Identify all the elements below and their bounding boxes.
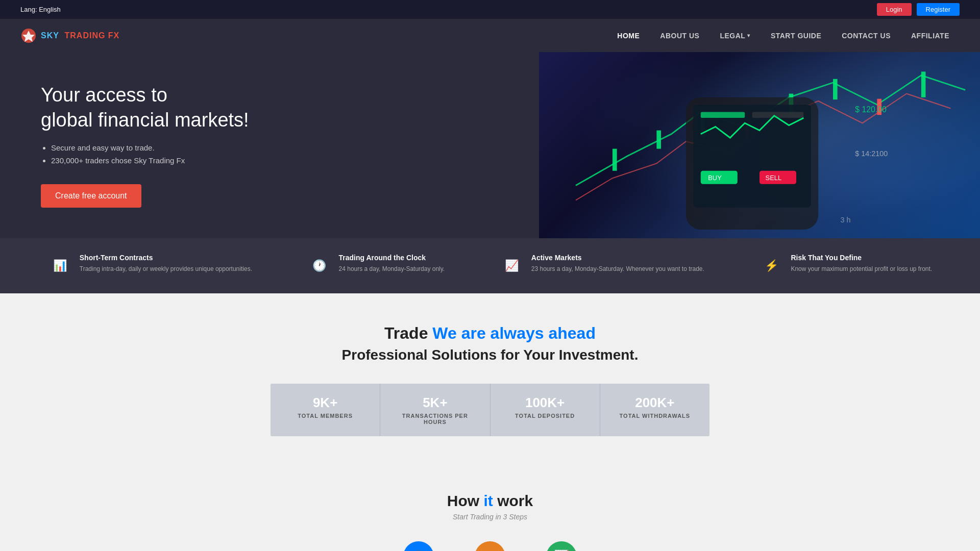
feature-text-trading-clock: Trading Around the Clock 24 hours a day,… bbox=[339, 254, 445, 273]
feature-risk-define: ⚡ Risk That You Define Know your maximum… bbox=[759, 254, 932, 278]
feature-desc-trading-clock: 24 hours a day, Monday-Saturday only. bbox=[339, 264, 445, 273]
trade-subtitle: Professional Solutions for Your Investme… bbox=[20, 347, 960, 363]
nav-link-about-us[interactable]: ABOUT US bbox=[650, 20, 709, 51]
hero-section: Your access toglobal financial markets! … bbox=[0, 52, 980, 238]
feature-trading-clock: 🕐 Trading Around the Clock 24 hours a da… bbox=[307, 254, 445, 278]
trade-section: Trade We are always ahead Professional S… bbox=[0, 293, 980, 482]
how-section: How it work Start Trading in 3 Steps 👤 💳… bbox=[0, 482, 980, 551]
svg-rect-13 bbox=[752, 112, 804, 118]
feature-active-markets: 📈 Active Markets 23 hours a day, Monday-… bbox=[500, 254, 704, 278]
step-3: 📈 bbox=[546, 541, 577, 551]
stat-number: 200K+ bbox=[610, 395, 699, 411]
features-section: 📊 Short-Term Contracts Trading intra-day… bbox=[0, 238, 980, 293]
svg-rect-12 bbox=[701, 112, 745, 118]
hero-content: Your access toglobal financial markets! … bbox=[0, 52, 539, 238]
svg-rect-9 bbox=[921, 71, 926, 97]
navbar: SKY TRADING FX HOMEABOUT USLEGAL▾START G… bbox=[0, 19, 980, 52]
nav-link-contact-us[interactable]: CONTACT US bbox=[831, 20, 901, 51]
logo-text: SKY TRADING FX bbox=[41, 31, 119, 40]
stat-label: TOTAL WITHDRAWALS bbox=[610, 413, 699, 419]
steps: 👤 💳 📈 bbox=[20, 541, 960, 551]
hero-image: BUY SELL $ 120.00 $ 14:2100 3 h bbox=[539, 52, 980, 238]
step-1: 👤 bbox=[403, 541, 434, 551]
trade-title: Trade We are always ahead bbox=[20, 324, 960, 343]
dropdown-arrow-icon: ▾ bbox=[747, 33, 750, 38]
top-bar: Lang: English Login Register bbox=[0, 0, 980, 19]
feature-icon-short-term: 📊 bbox=[48, 254, 72, 278]
stat-item: 200K+ TOTAL WITHDRAWALS bbox=[600, 384, 709, 436]
top-bar-actions: Login Register bbox=[877, 3, 960, 16]
stat-number: 100K+ bbox=[501, 395, 590, 411]
svg-text:SELL: SELL bbox=[766, 174, 782, 182]
nav-link-start-guide[interactable]: START GUIDE bbox=[761, 20, 831, 51]
svg-rect-2 bbox=[612, 149, 617, 171]
hero-bullet-2: 230,000+ traders chose Sky Trading Fx bbox=[51, 156, 508, 165]
step-icon-2: 💳 bbox=[475, 541, 505, 551]
step-icon-1: 👤 bbox=[403, 541, 434, 551]
language-label: Lang: English bbox=[20, 6, 61, 13]
stat-label: TOTAL DEPOSITED bbox=[501, 413, 590, 419]
stat-label: TOTAL MEMBERS bbox=[281, 413, 370, 419]
chart-visualization: BUY SELL $ 120.00 $ 14:2100 3 h bbox=[539, 52, 980, 238]
stat-item: 5K+ TRANSACTIONS PER HOURS bbox=[380, 384, 490, 436]
svg-rect-11 bbox=[693, 105, 811, 208]
register-button[interactable]: Register bbox=[917, 3, 960, 16]
logo[interactable]: SKY TRADING FX bbox=[20, 28, 119, 44]
svg-text:$ 120.00: $ 120.00 bbox=[855, 105, 887, 114]
feature-title-trading-clock: Trading Around the Clock bbox=[339, 254, 445, 262]
stat-item: 100K+ TOTAL DEPOSITED bbox=[491, 384, 600, 436]
svg-text:BUY: BUY bbox=[708, 174, 722, 182]
how-title: How it work bbox=[20, 492, 960, 510]
nav-link-home[interactable]: HOME bbox=[607, 20, 650, 51]
step-2: 💳 bbox=[475, 541, 505, 551]
feature-icon-risk-define: ⚡ bbox=[759, 254, 783, 278]
logo-icon bbox=[20, 28, 37, 44]
nav-links: HOMEABOUT USLEGAL▾START GUIDECONTACT USA… bbox=[607, 20, 960, 51]
step-icon-3: 📈 bbox=[546, 541, 577, 551]
svg-rect-3 bbox=[656, 131, 661, 149]
feature-text-risk-define: Risk That You Define Know your maximum p… bbox=[791, 254, 932, 273]
nav-link-affiliate[interactable]: AFFILIATE bbox=[901, 20, 960, 51]
svg-text:3 h: 3 h bbox=[840, 216, 850, 224]
how-subtitle: Start Trading in 3 Steps bbox=[20, 513, 960, 521]
svg-text:$ 14:2100: $ 14:2100 bbox=[855, 149, 888, 158]
feature-icon-active-markets: 📈 bbox=[500, 254, 524, 278]
login-button[interactable]: Login bbox=[877, 3, 912, 16]
feature-title-short-term: Short-Term Contracts bbox=[80, 254, 252, 262]
feature-icon-trading-clock: 🕐 bbox=[307, 254, 332, 278]
feature-text-active-markets: Active Markets 23 hours a day, Monday-Sa… bbox=[531, 254, 704, 273]
hero-bullet-1: Secure and easy way to trade. bbox=[51, 143, 508, 152]
stat-number: 9K+ bbox=[281, 395, 370, 411]
stat-number: 5K+ bbox=[390, 395, 479, 411]
feature-desc-active-markets: 23 hours a day, Monday-Saturday. Wheneve… bbox=[531, 264, 704, 273]
feature-short-term: 📊 Short-Term Contracts Trading intra-day… bbox=[48, 254, 252, 278]
create-account-button[interactable]: Create free account bbox=[41, 184, 141, 208]
hero-bullets: Secure and easy way to trade. 230,000+ t… bbox=[41, 143, 508, 169]
feature-text-short-term: Short-Term Contracts Trading intra-day, … bbox=[80, 254, 252, 273]
feature-desc-risk-define: Know your maximum potential profit or lo… bbox=[791, 264, 932, 273]
stat-label: TRANSACTIONS PER HOURS bbox=[390, 413, 479, 425]
stats-bar: 9K+ TOTAL MEMBERS 5K+ TRANSACTIONS PER H… bbox=[271, 384, 709, 436]
feature-title-risk-define: Risk That You Define bbox=[791, 254, 932, 262]
stat-item: 9K+ TOTAL MEMBERS bbox=[271, 384, 380, 436]
svg-rect-7 bbox=[833, 79, 838, 99]
nav-link-legal[interactable]: LEGAL▾ bbox=[709, 20, 760, 51]
hero-title: Your access toglobal financial markets! bbox=[41, 83, 508, 133]
feature-title-active-markets: Active Markets bbox=[531, 254, 704, 262]
feature-desc-short-term: Trading intra-day, daily or weekly provi… bbox=[80, 264, 252, 273]
